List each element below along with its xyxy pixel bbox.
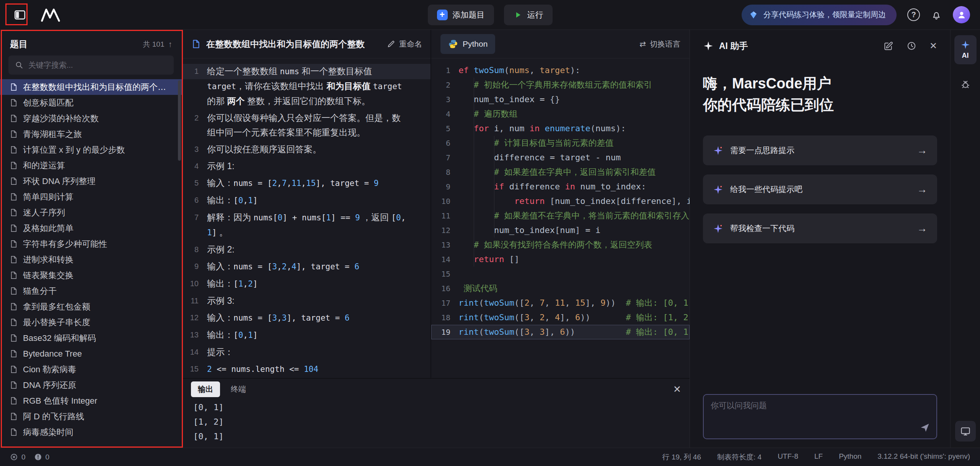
code-line[interactable]: 7 difference = target - num	[431, 150, 690, 165]
indent-guide	[494, 136, 494, 238]
code-line[interactable]: 17print(twoSum([2, 7, 11, 15], 9)) # 输出:…	[431, 296, 690, 310]
ai-card-check-code[interactable]: 帮我检查一下代码 →	[703, 213, 937, 243]
center-column: 在整数数组中找出和为目标值的两个整数 重命名 1给定一个整数数组 nums 和一…	[183, 30, 690, 448]
code-line[interactable]: 2 # 初始化一个字典用来存储数组元素的值和索引	[431, 78, 690, 92]
code-line[interactable]: 19print(twoSum([3, 3], 6)) # 输出: [0, 1]	[431, 325, 690, 339]
error-indicator[interactable]: 0	[10, 453, 26, 461]
add-problem-button[interactable]: + 添加题目	[428, 5, 494, 25]
code-line[interactable]: 6 # 计算目标值与当前元素的差值	[431, 136, 690, 150]
sidebar-item[interactable]: 链表聚集交换	[0, 267, 182, 283]
plus-icon: +	[437, 10, 448, 20]
sidebar-item[interactable]: DNA 序列还原	[0, 377, 182, 393]
output-close-button[interactable]: ✕	[673, 384, 681, 395]
sidebar-item[interactable]: 拿到最多红包金额	[0, 299, 182, 314]
switch-language-button[interactable]: ⇄ 切换语言	[639, 39, 680, 49]
document-icon	[9, 192, 18, 201]
run-button[interactable]: 运行	[504, 5, 553, 25]
status-item[interactable]: 制表符长度: 4	[717, 452, 761, 462]
sidebar-item[interactable]: 及格如此简单	[0, 220, 182, 236]
line-number: 14	[431, 252, 459, 267]
sidebar-item[interactable]: 简单四则计算	[0, 189, 182, 205]
sidebar-item[interactable]: 进制求和转换	[0, 252, 182, 267]
code-line[interactable]: 8 # 如果差值在字典中，返回当前索引和差值	[431, 165, 690, 179]
ai-assistant-toggle[interactable]: AI	[954, 35, 977, 64]
ai-card-thinking-hint[interactable]: 需要一点思路提示 →	[703, 135, 937, 165]
sidebar-item[interactable]: RGB 色值转 Integer	[0, 393, 182, 409]
search-input[interactable]	[28, 61, 168, 70]
code-line[interactable]: 5 for i, num in enumerate(nums):	[431, 121, 690, 136]
code-line[interactable]: 10 return [num_to_index[difference], i]	[431, 194, 690, 209]
promo-banner[interactable]: 分享代码练习体验，领限量定制周边	[742, 5, 897, 25]
tab-output[interactable]: 输出	[191, 381, 220, 397]
sidebar-item-label: 及格如此简单	[23, 223, 73, 234]
output-line: [0, 1]	[193, 429, 679, 444]
code-line[interactable]: 9 if difference in num_to_index:	[431, 179, 690, 194]
rename-button[interactable]: 重命名	[387, 39, 422, 49]
language-tab[interactable]: Python	[440, 34, 495, 54]
bug-tool-button[interactable]	[960, 79, 971, 92]
sidebar-item[interactable]: 在整数数组中找出和为目标值的两个整数	[0, 79, 182, 95]
code-line[interactable]: 11 # 如果差值不在字典中，将当前元素的值和索引存入字典	[431, 209, 690, 223]
code-line[interactable]: 1def twoSum(nums, target):	[431, 63, 690, 78]
sidebar-item[interactable]: 阿 D 的飞行路线	[0, 409, 182, 424]
code-line[interactable]: 12 num_to_index[num] = i	[431, 223, 690, 238]
switch-language-label: 切换语言	[650, 39, 680, 49]
send-button[interactable]	[920, 422, 930, 435]
line-number: 9	[431, 179, 459, 194]
ai-input[interactable]	[711, 400, 908, 424]
code-line[interactable]: 4 # 遍历数组	[431, 107, 690, 121]
code-line[interactable]: 3 num_to_index = {}	[431, 92, 690, 107]
code-line[interactable]: 16# 测试代码	[431, 281, 690, 296]
user-avatar[interactable]	[953, 6, 970, 23]
sidebar-item[interactable]: Cion 勒索病毒	[0, 362, 182, 377]
status-item[interactable]: UTF-8	[778, 452, 798, 462]
status-item[interactable]: 行 19, 列 46	[662, 452, 701, 462]
history-button[interactable]	[907, 41, 916, 51]
code-text: print(twoSum([2, 7, 11, 15], 9)) # 输出: […	[459, 296, 690, 310]
document-icon	[9, 349, 18, 358]
code-line[interactable]: 15	[431, 267, 690, 281]
ai-close-button[interactable]: ✕	[929, 41, 937, 51]
right-toolbar: AI	[950, 30, 980, 448]
sort-up-icon[interactable]: ↑	[168, 40, 173, 49]
warning-indicator[interactable]: 0	[34, 453, 50, 461]
code-text: # 如果差值不在字典中，将当前元素的值和索引存入字典	[459, 209, 690, 223]
code-lines[interactable]: 1def twoSum(nums, target):2 # 初始化一个字典用来存…	[431, 59, 690, 378]
sidebar-item[interactable]: 计算位置 x 到 y 的最少步数	[0, 142, 182, 158]
status-item[interactable]: 3.12.2 64-bit ('shims': pyenv)	[877, 452, 970, 462]
problem-line-number: 7	[183, 210, 207, 240]
document-icon	[9, 271, 18, 280]
sidebar-item[interactable]: 字符串有多少种可能性	[0, 236, 182, 252]
status-item[interactable]: LF	[814, 452, 823, 462]
notifications-button[interactable]	[931, 9, 942, 21]
code-text: num_to_index = {}	[459, 92, 690, 107]
code-line[interactable]: 18print(twoSum([3, 2, 4], 6)) # 输出: [1, …	[431, 310, 690, 325]
sidebar-item[interactable]: 最小替换子串长度	[0, 314, 182, 330]
screen-tool-button[interactable]	[955, 421, 976, 442]
sidebar-item[interactable]: 青海湖租车之旅	[0, 126, 182, 142]
help-button[interactable]: ?	[907, 8, 920, 21]
sidebar-scrollbar[interactable]	[178, 80, 181, 161]
tab-terminal[interactable]: 终端	[224, 381, 253, 397]
code-line[interactable]: 14 return []	[431, 252, 690, 267]
sidebar-item[interactable]: Bytedance Tree	[0, 346, 182, 362]
problem-line-text: 给定一个整数数组 nums 和一个整数目标值 target，请你在该数组中找出 …	[207, 64, 430, 108]
sidebar-item[interactable]: 迷人子序列	[0, 205, 182, 220]
code-line[interactable]: 13 # 如果没有找到符合条件的两个数，返回空列表	[431, 238, 690, 252]
sidebar-toggle-button[interactable]	[11, 7, 28, 23]
new-chat-button[interactable]	[884, 41, 894, 51]
status-item[interactable]: Python	[839, 452, 861, 462]
sidebar-item[interactable]: 环状 DNA 序列整理	[0, 173, 182, 189]
sidebar-item[interactable]: 病毒感染时间	[0, 424, 182, 440]
sidebar-item[interactable]: 猫鱼分干	[0, 283, 182, 299]
status-left: 0 0	[10, 453, 49, 461]
sidebar-item[interactable]: 和的逆运算	[0, 158, 182, 173]
sidebar-item[interactable]: Base32 编码和解码	[0, 330, 182, 346]
sidebar-item[interactable]: 创意标题匹配	[0, 95, 182, 111]
marscode-logo[interactable]	[40, 7, 61, 23]
problem-line: 11示例 3:	[183, 293, 430, 308]
line-number: 18	[431, 310, 459, 325]
ai-card-code-hint[interactable]: 给我一些代码提示吧 →	[703, 174, 937, 204]
document-icon	[9, 365, 18, 374]
sidebar-item[interactable]: 穿越沙漠的补给次数	[0, 111, 182, 126]
